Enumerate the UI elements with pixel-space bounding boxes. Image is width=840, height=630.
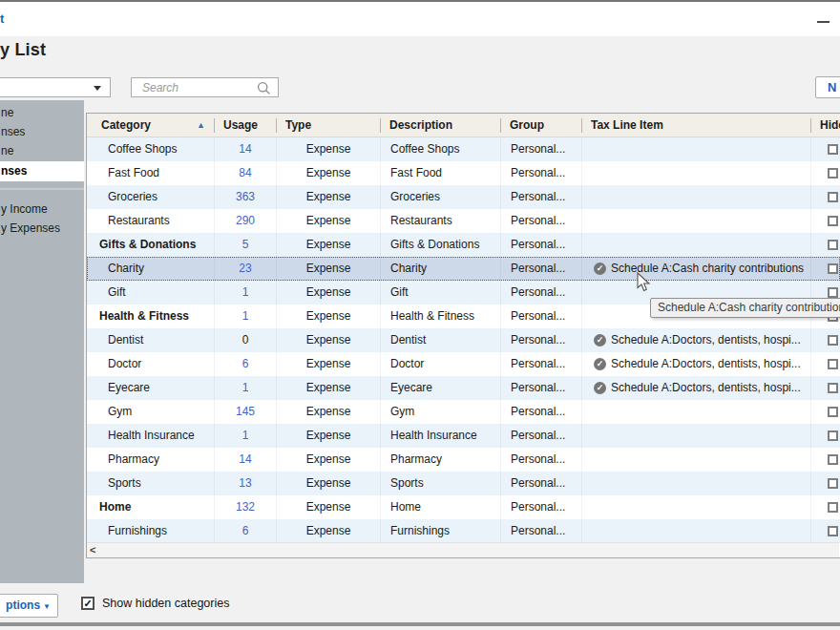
search-icon xyxy=(257,81,271,95)
description-cell: Coffee Shops xyxy=(380,137,500,161)
hide-checkbox[interactable] xyxy=(828,168,838,178)
type-cell: Expense xyxy=(276,400,380,424)
sidebar-item-ne[interactable]: ne xyxy=(0,103,84,122)
hide-checkbox[interactable] xyxy=(828,454,838,465)
usage-cell[interactable]: 23 xyxy=(214,257,276,281)
table-row-gifts-donations[interactable]: Gifts & Donations5ExpenseGifts & Donatio… xyxy=(87,233,840,257)
table-row-coffee-shops[interactable]: Coffee Shops14ExpenseCoffee ShopsPersona… xyxy=(87,137,840,161)
description-cell: Furnishings xyxy=(380,519,500,543)
tax-line-cell xyxy=(581,185,810,209)
column-header-description[interactable]: Description xyxy=(380,114,500,136)
column-header-category[interactable]: Category▲ xyxy=(87,114,214,136)
horizontal-scrollbar[interactable]: < xyxy=(87,542,839,557)
hide-cell xyxy=(810,209,840,233)
category-cell: Furnishings xyxy=(87,519,214,543)
usage-cell[interactable]: 145 xyxy=(214,400,276,424)
tax-line-tooltip: Schedule A:Cash charity contributions xyxy=(650,298,840,318)
window-bottom-border xyxy=(0,622,840,626)
tax-line-cell xyxy=(581,448,810,472)
tax-line-cell xyxy=(581,472,810,495)
column-header-hide[interactable]: Hide xyxy=(810,114,840,136)
sidebar-item-nses[interactable]: nses xyxy=(0,122,84,141)
options-button[interactable]: ptions▼ xyxy=(0,594,58,618)
usage-cell[interactable]: 1 xyxy=(214,281,276,304)
usage-cell[interactable]: 1 xyxy=(214,424,276,448)
category-cell: Coffee Shops xyxy=(87,137,214,161)
table-row-pharmacy[interactable]: Pharmacy14ExpensePharmacyPersonal... xyxy=(87,448,840,472)
search-box[interactable] xyxy=(131,77,279,97)
table-row-charity[interactable]: Charity23ExpenseCharityPersonal...✓Sched… xyxy=(87,257,840,281)
table-row-furnishings[interactable]: Furnishings6ExpenseFurnishingsPersonal..… xyxy=(87,519,840,543)
sidebar-item-nses[interactable]: nses xyxy=(0,161,84,181)
table-row-home[interactable]: Home132ExpenseHomePersonal... xyxy=(87,495,840,519)
hide-checkbox[interactable] xyxy=(828,335,838,346)
hide-checkbox[interactable] xyxy=(828,383,838,393)
column-header-group[interactable]: Group xyxy=(500,114,581,136)
usage-cell[interactable]: 14 xyxy=(214,448,276,472)
hide-checkbox[interactable] xyxy=(828,502,838,513)
tax-line-cell: ✓Schedule A:Cash charity contributions xyxy=(581,257,810,281)
hide-cell xyxy=(810,424,840,448)
usage-cell[interactable]: 290 xyxy=(214,209,276,233)
column-header-tax-line-item[interactable]: Tax Line Item xyxy=(581,114,810,136)
usage-cell[interactable]: 1 xyxy=(214,304,276,328)
group-cell: Personal... xyxy=(500,495,581,519)
table-row-fast-food[interactable]: Fast Food84ExpenseFast FoodPersonal... xyxy=(87,161,840,185)
group-cell: Personal... xyxy=(500,424,581,448)
show-hidden-checkbox[interactable]: ✓ xyxy=(81,597,94,610)
hide-checkbox[interactable] xyxy=(828,430,838,441)
minimize-icon[interactable] xyxy=(817,21,830,23)
hide-cell xyxy=(810,257,840,281)
column-header-type[interactable]: Type xyxy=(276,114,380,136)
table-row-gym[interactable]: Gym145ExpenseGymPersonal... xyxy=(87,400,840,424)
column-header-label: Group xyxy=(510,118,544,132)
hide-checkbox[interactable] xyxy=(828,407,838,417)
group-cell: Personal... xyxy=(500,352,581,376)
sidebar-item-y-expenses[interactable]: y Expenses xyxy=(0,219,84,238)
hide-checkbox[interactable] xyxy=(828,359,838,369)
table-row-doctor[interactable]: Doctor6ExpenseDoctorPersonal...✓Schedule… xyxy=(87,352,840,376)
hide-checkbox[interactable] xyxy=(828,240,838,250)
show-hidden-control[interactable]: ✓ Show hidden categories xyxy=(81,597,229,610)
tax-line-cell xyxy=(581,424,810,448)
category-cell: Pharmacy xyxy=(87,448,214,472)
hide-checkbox[interactable] xyxy=(828,526,838,536)
new-category-button[interactable]: N xyxy=(815,76,840,98)
hide-cell xyxy=(810,495,840,519)
table-row-groceries[interactable]: Groceries363ExpenseGroceriesPersonal... xyxy=(87,185,840,209)
table-row-dentist[interactable]: Dentist0ExpenseDentistPersonal...✓Schedu… xyxy=(87,328,840,352)
group-cell: Personal... xyxy=(500,400,581,424)
type-cell: Expense xyxy=(276,328,380,352)
table-row-eyecare[interactable]: Eyecare1ExpenseEyecarePersonal...✓Schedu… xyxy=(87,376,840,400)
hide-checkbox[interactable] xyxy=(828,144,838,155)
hide-checkbox[interactable] xyxy=(828,478,838,489)
table-row-health-insurance[interactable]: Health Insurance1ExpenseHealth Insurance… xyxy=(87,424,840,448)
table-row-restaurants[interactable]: Restaurants290ExpenseRestaurantsPersonal… xyxy=(87,209,840,233)
category-filter-dropdown[interactable] xyxy=(0,77,111,97)
usage-cell[interactable]: 363 xyxy=(214,185,276,209)
scroll-left-icon[interactable]: < xyxy=(90,543,95,557)
sidebar-item-ne[interactable]: ne xyxy=(0,141,84,160)
usage-cell[interactable]: 6 xyxy=(214,352,276,376)
usage-cell[interactable]: 6 xyxy=(214,519,276,543)
type-cell: Expense xyxy=(276,185,380,209)
usage-cell[interactable]: 84 xyxy=(214,161,276,185)
chevron-down-icon: ▼ xyxy=(43,602,51,611)
table-row-sports[interactable]: Sports13ExpenseSportsPersonal... xyxy=(87,472,840,495)
tax-line-cell: ✓Schedule A:Doctors, dentists, hospi... xyxy=(581,328,810,352)
hide-checkbox[interactable] xyxy=(828,263,838,274)
usage-cell[interactable]: 5 xyxy=(214,233,276,257)
column-header-usage[interactable]: Usage xyxy=(214,114,276,136)
column-header-label: Tax Line Item xyxy=(591,118,663,132)
hide-checkbox[interactable] xyxy=(828,216,838,226)
hide-checkbox[interactable] xyxy=(828,192,838,202)
hide-checkbox[interactable] xyxy=(828,287,838,298)
usage-cell[interactable]: 132 xyxy=(214,495,276,519)
usage-cell[interactable]: 1 xyxy=(214,376,276,400)
hide-cell xyxy=(810,400,840,424)
usage-cell[interactable]: 13 xyxy=(214,472,276,495)
search-input[interactable] xyxy=(132,78,254,96)
usage-cell[interactable]: 14 xyxy=(214,137,276,161)
sidebar-item-y-income[interactable]: y Income xyxy=(0,200,84,219)
column-header-label: Type xyxy=(285,118,311,132)
